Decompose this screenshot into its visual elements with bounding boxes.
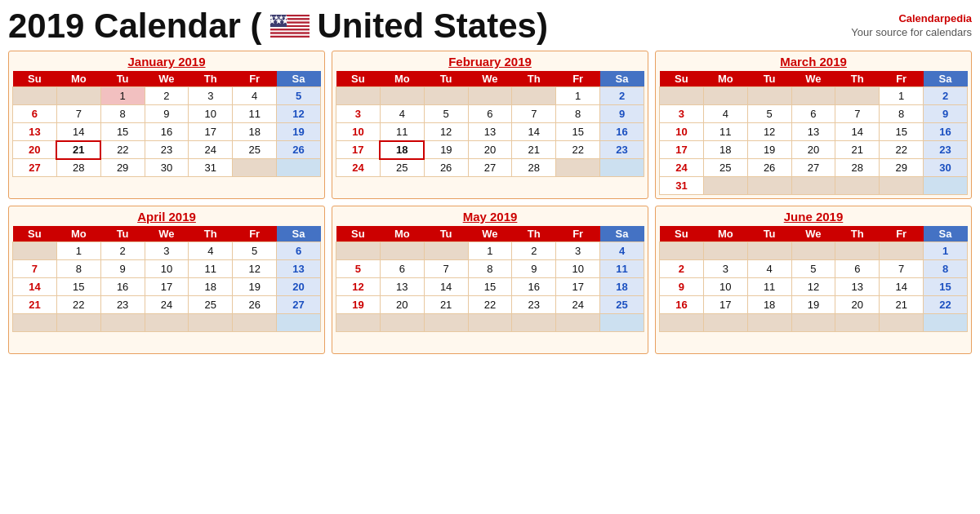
table-cell: 28 — [512, 159, 556, 177]
table-cell: 6 — [13, 105, 57, 123]
table-cell — [660, 314, 704, 332]
dow-mo: Mo — [56, 71, 100, 87]
dow-th: Th — [189, 226, 233, 242]
table-cell: 2 — [512, 242, 556, 260]
table-cell: 19 — [747, 141, 791, 159]
table-cell: 3 — [145, 242, 189, 260]
table-cell — [56, 314, 100, 332]
dow-th: Th — [835, 71, 880, 87]
table-row: 21222324252627 — [13, 296, 321, 314]
svg-rect-9 — [270, 30, 310, 32]
table-cell: 1 — [56, 242, 100, 260]
table-cell: 24 — [145, 296, 189, 314]
cal-table-3: SuMoTuWeThFrSa12345678910111213141516171… — [12, 226, 321, 332]
table-cell: 11 — [189, 260, 233, 278]
table-cell: 11 — [600, 260, 644, 278]
dow-mo: Mo — [703, 71, 747, 87]
table-cell: 7 — [424, 260, 468, 278]
table-cell: 26 — [277, 141, 321, 159]
table-cell: 1 — [924, 242, 968, 260]
table-cell — [880, 177, 924, 195]
table-cell: 9 — [100, 260, 145, 278]
table-cell: 21 — [835, 141, 880, 159]
table-cell: 12 — [277, 105, 321, 123]
table-cell — [703, 177, 747, 195]
table-cell: 12 — [424, 123, 468, 141]
table-cell: 21 — [56, 141, 100, 159]
table-cell: 21 — [512, 141, 556, 159]
table-cell: 15 — [56, 278, 100, 296]
table-cell: 30 — [924, 159, 968, 177]
table-cell: 13 — [468, 123, 512, 141]
table-cell: 4 — [747, 260, 791, 278]
table-cell: 4 — [189, 242, 233, 260]
table-cell: 27 — [791, 159, 835, 177]
table-cell — [56, 87, 100, 105]
table-cell: 22 — [924, 296, 968, 314]
table-cell — [703, 87, 747, 105]
table-cell: 10 — [660, 123, 704, 141]
table-cell: 14 — [880, 278, 924, 296]
table-row: 14151617181920 — [13, 278, 321, 296]
table-row: 1234 — [336, 242, 644, 260]
table-row: 20212223242526 — [13, 141, 321, 159]
table-cell: 26 — [424, 159, 468, 177]
table-cell: 17 — [556, 278, 600, 296]
month-block-5: June 2019SuMoTuWeThFrSa12345678910111213… — [655, 206, 972, 354]
month-block-2: March 2019SuMoTuWeThFrSa1234567891011121… — [655, 51, 972, 199]
dow-fr: Fr — [880, 71, 924, 87]
table-cell: 2 — [100, 242, 145, 260]
table-cell: 8 — [924, 260, 968, 278]
table-cell: 14 — [424, 278, 468, 296]
dow-mo: Mo — [703, 226, 747, 242]
table-cell — [703, 314, 747, 332]
table-cell — [380, 87, 424, 105]
table-row: 17181920212223 — [660, 141, 968, 159]
table-cell: 27 — [13, 159, 57, 177]
dow-th: Th — [189, 71, 233, 87]
calendars-grid: January 2019SuMoTuWeThFrSa12345678910111… — [8, 51, 972, 354]
table-cell — [468, 314, 512, 332]
table-cell: 13 — [791, 123, 835, 141]
dow-su: Su — [660, 71, 704, 87]
dow-mo: Mo — [56, 226, 100, 242]
table-cell: 17 — [189, 123, 233, 141]
table-cell — [791, 242, 835, 260]
table-cell: 3 — [189, 87, 233, 105]
table-cell: 21 — [880, 296, 924, 314]
table-cell: 22 — [56, 296, 100, 314]
table-cell — [100, 314, 145, 332]
table-row: 567891011 — [336, 260, 644, 278]
table-cell: 25 — [189, 296, 233, 314]
table-cell: 2 — [600, 87, 644, 105]
table-cell: 21 — [13, 296, 57, 314]
table-cell: 20 — [835, 296, 880, 314]
table-cell: 2 — [145, 87, 189, 105]
table-cell — [835, 242, 880, 260]
month-block-1: February 2019SuMoTuWeThFrSa1234567891011… — [332, 51, 648, 199]
brand-tagline: Your source for calendars — [851, 26, 972, 40]
table-cell: 30 — [145, 159, 189, 177]
table-cell: 16 — [512, 278, 556, 296]
dow-fr: Fr — [880, 226, 924, 242]
table-cell: 15 — [924, 278, 968, 296]
table-cell: 19 — [791, 296, 835, 314]
table-row: 2345678 — [660, 260, 968, 278]
table-cell: 27 — [277, 296, 321, 314]
table-cell: 10 — [556, 260, 600, 278]
table-cell: 22 — [100, 141, 145, 159]
table-cell: 17 — [336, 141, 381, 159]
table-cell: 7 — [13, 260, 57, 278]
table-cell — [468, 87, 512, 105]
table-row: 10111213141516 — [336, 123, 644, 141]
cal-table-1: SuMoTuWeThFrSa12345678910111213141516171… — [336, 71, 644, 177]
table-cell: 16 — [100, 278, 145, 296]
table-cell: 1 — [556, 87, 600, 105]
table-row: 12 — [660, 87, 968, 105]
cal-table-5: SuMoTuWeThFrSa12345678910111213141516171… — [659, 226, 968, 332]
table-cell: 24 — [336, 159, 381, 177]
table-cell: 15 — [556, 123, 600, 141]
table-cell — [660, 87, 704, 105]
table-cell — [380, 314, 424, 332]
table-cell: 4 — [233, 87, 277, 105]
